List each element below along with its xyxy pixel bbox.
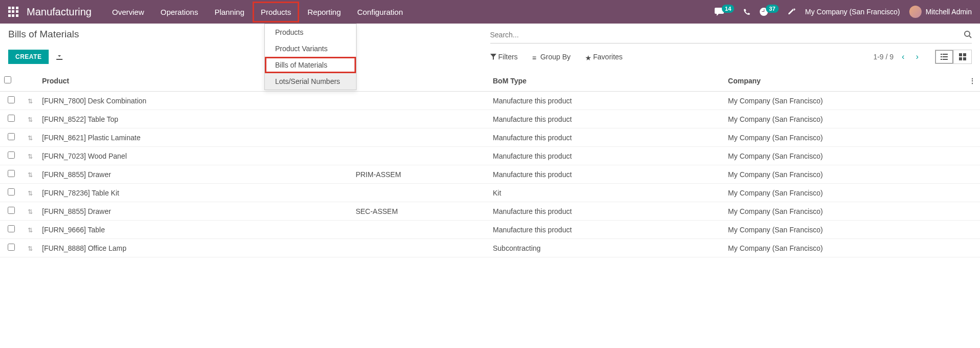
activity-icon[interactable]: 37 bbox=[760, 8, 778, 16]
table-row[interactable]: ⇅[FURN_7800] Desk CombinationManufacture… bbox=[0, 92, 980, 110]
cell-company: My Company (San Francisco) bbox=[724, 184, 965, 202]
svg-rect-11 bbox=[963, 57, 966, 60]
drag-handle-icon[interactable]: ⇅ bbox=[28, 208, 33, 215]
cell-company: My Company (San Francisco) bbox=[724, 239, 965, 257]
groupby-button[interactable]: ≡ Group By bbox=[532, 50, 571, 64]
row-checkbox[interactable] bbox=[8, 225, 15, 232]
cell-product: [FURN_9666] Table bbox=[38, 221, 351, 239]
cell-bom-type: Kit bbox=[489, 184, 724, 202]
create-button[interactable]: CREATE bbox=[8, 50, 49, 64]
cell-reference bbox=[351, 239, 489, 257]
svg-rect-6 bbox=[941, 59, 942, 60]
cell-reference bbox=[351, 110, 489, 128]
nav-item-configuration[interactable]: Configuration bbox=[349, 2, 411, 23]
cell-company: My Company (San Francisco) bbox=[724, 202, 965, 221]
cell-product: [FURN_78236] Table Kit bbox=[38, 184, 351, 202]
cell-company: My Company (San Francisco) bbox=[724, 110, 965, 128]
cell-bom-type: Manufacture this product bbox=[489, 92, 724, 110]
cell-bom-type: Manufacture this product bbox=[489, 221, 724, 239]
favorites-button[interactable]: ★ Favorites bbox=[585, 50, 623, 64]
dropdown-item-lots-serial-numbers[interactable]: Lots/Serial Numbers bbox=[265, 73, 356, 90]
pager: 1-9 / 9 ‹ › bbox=[873, 50, 972, 64]
row-checkbox[interactable] bbox=[8, 188, 15, 195]
table-row[interactable]: ⇅[FURN_8888] Office LampSubcontractingMy… bbox=[0, 239, 980, 257]
cell-reference: SEC-ASSEM bbox=[351, 202, 489, 221]
debug-icon[interactable] bbox=[788, 8, 796, 16]
svg-rect-10 bbox=[959, 57, 962, 60]
app-brand[interactable]: Manufacturing bbox=[27, 6, 92, 18]
drag-handle-icon[interactable]: ⇅ bbox=[28, 227, 33, 234]
nav-item-operations[interactable]: Operations bbox=[152, 2, 206, 23]
search-input[interactable] bbox=[490, 29, 964, 41]
nav-item-reporting[interactable]: Reporting bbox=[299, 2, 349, 23]
select-all-checkbox[interactable] bbox=[4, 76, 11, 83]
nav-item-planning[interactable]: Planning bbox=[206, 2, 253, 23]
row-checkbox[interactable] bbox=[8, 207, 15, 214]
row-checkbox[interactable] bbox=[8, 151, 15, 159]
company-selector[interactable]: My Company (San Francisco) bbox=[805, 8, 900, 16]
table-row[interactable]: ⇅[FURN_8855] DrawerPRIM-ASSEMManufacture… bbox=[0, 165, 980, 184]
row-checkbox[interactable] bbox=[8, 115, 15, 122]
cell-company: My Company (San Francisco) bbox=[724, 128, 965, 147]
cell-company: My Company (San Francisco) bbox=[724, 221, 965, 239]
nav-right: 14 37 My Company (San Francisco) Mitchel… bbox=[715, 6, 972, 18]
cell-reference bbox=[351, 128, 489, 147]
svg-rect-3 bbox=[943, 54, 948, 55]
apps-icon[interactable] bbox=[8, 7, 18, 17]
drag-handle-icon[interactable]: ⇅ bbox=[28, 98, 33, 105]
phone-icon[interactable] bbox=[743, 8, 750, 15]
page-title: Bills of Materials bbox=[8, 29, 79, 40]
drag-handle-icon[interactable]: ⇅ bbox=[28, 116, 33, 123]
nav-item-overview[interactable]: Overview bbox=[104, 2, 153, 23]
cell-reference bbox=[351, 147, 489, 165]
row-checkbox[interactable] bbox=[8, 133, 15, 140]
pager-next-icon[interactable]: › bbox=[913, 52, 922, 61]
search-icon[interactable] bbox=[964, 30, 972, 40]
kanban-view-button[interactable] bbox=[953, 50, 972, 64]
cell-bom-type: Manufacture this product bbox=[489, 202, 724, 221]
cell-bom-type: Manufacture this product bbox=[489, 147, 724, 165]
dropdown-item-products[interactable]: Products bbox=[265, 24, 356, 40]
cell-product: [FURN_8888] Office Lamp bbox=[38, 239, 351, 257]
table-row[interactable]: ⇅[FURN_8855] DrawerSEC-ASSEMManufacture … bbox=[0, 202, 980, 221]
svg-rect-7 bbox=[943, 59, 948, 60]
list-view-button[interactable] bbox=[935, 50, 953, 64]
cell-product: [FURN_7023] Wood Panel bbox=[38, 147, 351, 165]
search-area bbox=[490, 29, 972, 44]
activity-badge: 37 bbox=[766, 5, 778, 13]
cell-product: [FURN_8621] Plastic Laminate bbox=[38, 128, 351, 147]
row-checkbox[interactable] bbox=[8, 244, 15, 251]
cell-product: [FURN_8855] Drawer bbox=[38, 202, 351, 221]
col-company[interactable]: Company bbox=[724, 70, 965, 92]
drag-handle-icon[interactable]: ⇅ bbox=[28, 153, 33, 160]
table-row[interactable]: ⇅[FURN_9666] TableManufacture this produ… bbox=[0, 221, 980, 239]
table-row[interactable]: ⇅[FURN_78236] Table KitKitMy Company (Sa… bbox=[0, 184, 980, 202]
column-options-icon[interactable]: ⋮ bbox=[969, 77, 976, 85]
cell-company: My Company (San Francisco) bbox=[724, 165, 965, 184]
svg-line-1 bbox=[969, 36, 971, 38]
drag-handle-icon[interactable]: ⇅ bbox=[28, 135, 33, 142]
svg-rect-9 bbox=[963, 53, 966, 56]
chat-badge: 14 bbox=[722, 5, 734, 13]
col-reference[interactable] bbox=[351, 70, 489, 92]
table-row[interactable]: ⇅[FURN_8522] Table TopManufacture this p… bbox=[0, 110, 980, 128]
row-checkbox[interactable] bbox=[8, 96, 15, 103]
filters-button[interactable]: Filters bbox=[490, 50, 518, 64]
nav-item-products[interactable]: Products bbox=[253, 2, 299, 23]
drag-handle-icon[interactable]: ⇅ bbox=[28, 245, 33, 252]
dropdown-item-product-variants[interactable]: Product Variants bbox=[265, 40, 356, 57]
table-row[interactable]: ⇅[FURN_8621] Plastic LaminateManufacture… bbox=[0, 128, 980, 147]
drag-handle-icon[interactable]: ⇅ bbox=[28, 171, 33, 179]
bom-table: Product BoM Type Company ⋮ ⇅[FURN_7800] … bbox=[0, 70, 980, 257]
col-bom-type[interactable]: BoM Type bbox=[489, 70, 724, 92]
user-menu[interactable]: Mitchell Admin bbox=[909, 6, 972, 18]
drag-handle-icon[interactable]: ⇅ bbox=[28, 190, 33, 197]
import-button[interactable] bbox=[56, 53, 63, 61]
dropdown-item-bills-of-materials[interactable]: Bills of Materials bbox=[265, 57, 356, 73]
cell-reference bbox=[351, 221, 489, 239]
pager-prev-icon[interactable]: ‹ bbox=[899, 52, 907, 61]
row-checkbox[interactable] bbox=[8, 170, 15, 177]
cell-bom-type: Manufacture this product bbox=[489, 110, 724, 128]
table-row[interactable]: ⇅[FURN_7023] Wood PanelManufacture this … bbox=[0, 147, 980, 165]
messaging-icon[interactable]: 14 bbox=[715, 8, 734, 16]
